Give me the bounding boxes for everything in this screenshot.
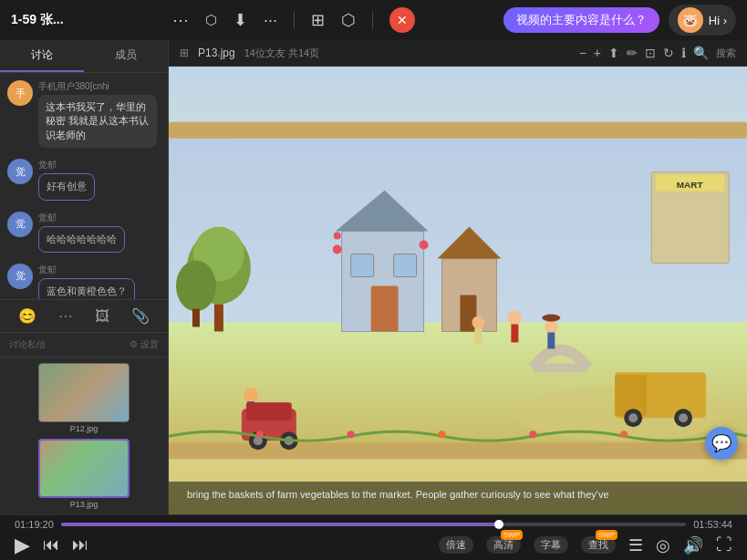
svg-point-28 [628, 413, 638, 422]
message-bubble: 好有创意 [38, 173, 95, 200]
hd-button[interactable]: SWP 高清 [486, 536, 521, 554]
svg-point-50 [620, 430, 628, 438]
thumbnail-item[interactable]: P12.jpg [5, 363, 162, 433]
search-label: 搜索 [716, 47, 736, 60]
tab-discussion[interactable]: 讨论 [0, 40, 84, 72]
main-content: 讨论 成员 手 手机用户380[cnhi 这本书我买了，华里的秘密 我就是从这本… [0, 40, 747, 514]
svg-rect-7 [214, 304, 223, 331]
list-item: 手 手机用户380[cnhi 这本书我买了，华里的秘密 我就是从这本书认识老师的 [7, 80, 161, 148]
video-controls-top: − + ⬆ ✏ ⊡ ↻ ℹ 🔍 搜索 [579, 46, 736, 60]
svg-rect-37 [547, 332, 555, 348]
progress-fill [61, 523, 499, 526]
speed-button[interactable]: 倍速 [439, 536, 473, 554]
video-fileinfo: 14位文友 共14页 [244, 47, 320, 60]
fullscreen-icon[interactable]: ⛶ [716, 535, 732, 555]
find-button[interactable]: SWP 查找 [581, 536, 616, 554]
username: 手机用户380[cnhi [38, 80, 157, 93]
emoji-icon[interactable]: 😊 [18, 307, 36, 325]
left-panel: 讨论 成员 手 手机用户380[cnhi 这本书我买了，华里的秘密 我就是从这本… [0, 40, 169, 514]
avatar: 🐷 [678, 7, 703, 33]
volume-icon[interactable]: 🔊 [683, 535, 703, 555]
link-icon[interactable]: ⋯ [58, 307, 73, 325]
svg-point-16 [334, 233, 341, 240]
zoom-out-icon[interactable]: − [579, 46, 586, 60]
share-btn[interactable]: ⬡ [205, 12, 217, 28]
edit-icon[interactable]: ✏ [627, 46, 638, 60]
thumb-preview [40, 441, 128, 496]
svg-point-15 [333, 245, 342, 254]
subtitle-text: bring the baskets of farm vegetables to … [187, 489, 609, 500]
svg-point-48 [439, 430, 446, 438]
more-icon[interactable]: ··· [264, 11, 277, 30]
attach-icon[interactable]: 📎 [131, 307, 150, 325]
total-time: 01:53:44 [693, 519, 732, 530]
subtitle-button[interactable]: 字幕 [534, 536, 568, 554]
progress-bar[interactable] [61, 523, 686, 526]
player-bar: 01:19:20 01:53:44 ▶ ⏮ ⏭ 倍速 SWP 高清 字幕 SWP… [0, 514, 747, 560]
hi-label: Hi › [709, 14, 727, 27]
avatar-button[interactable]: 🐷 Hi › [669, 5, 736, 36]
progress-row: 01:19:20 01:53:44 [15, 519, 732, 530]
list-item: 觉 觉郁 哈哈哈哈哈哈哈 [7, 212, 161, 253]
message-content: 手机用户380[cnhi 这本书我买了，华里的秘密 我就是从这本书认识老师的 [38, 80, 157, 148]
svg-point-38 [244, 388, 258, 402]
svg-point-35 [545, 320, 557, 333]
subtitle-area: bring the baskets of farm vegetables to … [169, 482, 747, 514]
list-icon[interactable]: ☰ [628, 535, 643, 555]
crop-icon[interactable]: ⊡ [645, 46, 656, 60]
controls-row: ▶ ⏮ ⏭ 倍速 SWP 高清 字幕 SWP 查找 ☰ ◎ 🔊 ⛶ [15, 534, 732, 557]
avatar: 觉 [7, 159, 33, 184]
list-item: 觉 觉郁 蓝色和黄橙色色？ [7, 264, 161, 299]
left-tabs: 讨论 成员 [0, 40, 168, 73]
thumbnail-image[interactable] [38, 363, 130, 422]
prev-button[interactable]: ⏮ [43, 535, 59, 555]
exit-icon[interactable]: ⬡ [341, 10, 356, 30]
ai-question-button[interactable]: 视频的主要内容是什么？ [503, 7, 659, 33]
next-button[interactable]: ⏭ [72, 535, 88, 555]
svg-point-17 [420, 241, 429, 250]
search-doc-icon[interactable]: 🔍 [693, 46, 709, 60]
thumb-preview [39, 364, 129, 421]
share-doc-icon[interactable]: ⬆ [608, 46, 619, 60]
current-time: 01:19:20 [15, 519, 54, 530]
swp-badge1: SWP [501, 530, 523, 540]
play-button[interactable]: ▶ [15, 534, 30, 557]
thumbnails: P12.jpg P13.jpg [0, 357, 168, 514]
svg-rect-32 [511, 324, 518, 342]
top-bar-icons: ⋯ ⬡ ⬇ ··· ⊞ ⬡ ✕ [93, 7, 494, 33]
svg-point-47 [348, 430, 355, 438]
tab-notes[interactable]: 成员 [84, 40, 168, 72]
svg-rect-13 [351, 254, 374, 277]
svg-rect-12 [371, 286, 399, 332]
footer-settings[interactable]: ⚙ 设置 [130, 338, 159, 351]
float-chat-button[interactable]: 💬 [705, 427, 738, 460]
swp-badge2: SWP [596, 530, 617, 540]
thumbnail-image-active[interactable] [38, 439, 130, 498]
svg-point-36 [542, 314, 560, 321]
svg-point-49 [529, 430, 536, 438]
info-icon[interactable]: ℹ [681, 46, 686, 60]
svg-rect-14 [394, 254, 417, 277]
zoom-in-icon[interactable]: + [594, 46, 601, 60]
download-icon[interactable]: ⬇ [233, 10, 247, 30]
video-title: 1-59 张... [11, 12, 84, 28]
share-icon[interactable]: ⋯ [172, 10, 189, 30]
message-content: 觉郁 蓝色和黄橙色色？ [38, 264, 135, 299]
footer-discuss[interactable]: 讨论私信 [9, 338, 46, 351]
svg-rect-9 [192, 308, 200, 327]
danmaku-icon[interactable]: ◎ [656, 535, 670, 555]
video-filename: P13.jpg [198, 47, 235, 59]
close-button[interactable]: ✕ [389, 7, 415, 33]
layout-icon[interactable]: ⊞ [311, 10, 325, 30]
float-chat-icon: 💬 [711, 433, 731, 453]
rotate-icon[interactable]: ↻ [663, 46, 674, 60]
chat-area: 手 手机用户380[cnhi 这本书我买了，华里的秘密 我就是从这本书认识老师的… [0, 73, 168, 299]
image-icon[interactable]: 🖼 [95, 308, 109, 325]
svg-rect-3 [169, 122, 747, 139]
thumb-label: P13.jpg [70, 500, 99, 509]
username: 觉郁 [38, 264, 135, 276]
message-bubble: 哈哈哈哈哈哈哈 [38, 226, 125, 253]
thumbnail-item[interactable]: P13.jpg [5, 439, 162, 509]
svg-rect-24 [533, 363, 587, 372]
video-area: ⊞ P13.jpg 14位文友 共14页 − + ⬆ ✏ ⊡ ↻ ℹ 🔍 搜索 … [169, 40, 747, 514]
